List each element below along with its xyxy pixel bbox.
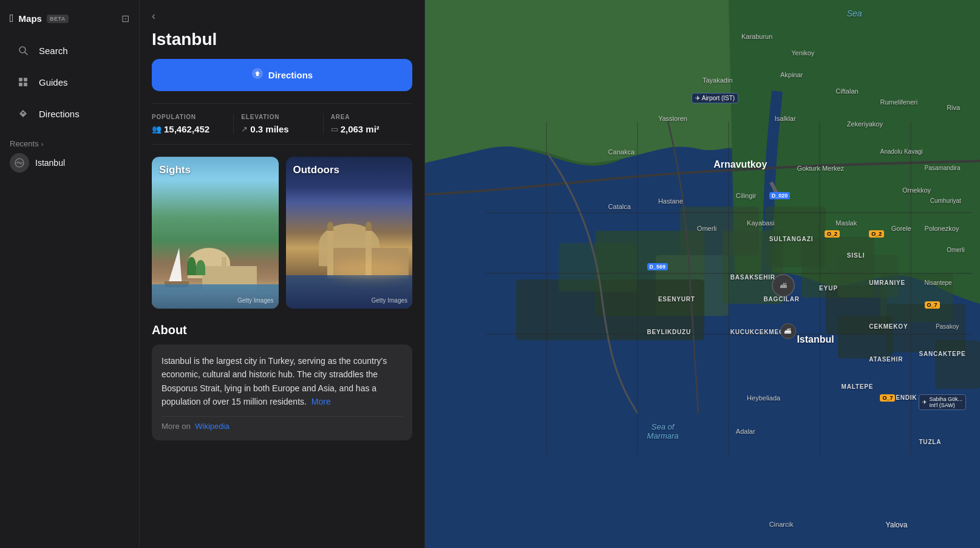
road-badge-d569: D_569 xyxy=(647,263,669,270)
recent-item-icon xyxy=(10,153,29,173)
airport-saw-label: Sabiha Gök...Int'l (SAW) xyxy=(929,396,962,408)
map-background: 🏙 Sea Karaburun Yenikoy Tayakadin Akpina… xyxy=(425,0,980,548)
back-button[interactable]: ‹ xyxy=(152,10,412,22)
sidebar-item-search[interactable]: Search xyxy=(5,36,134,65)
stat-population-label: POPULATION xyxy=(152,114,226,120)
sidebar-item-guides[interactable]: Guides xyxy=(5,67,134,97)
road-badge-o2-1: O_2 xyxy=(825,230,840,238)
stat-elevation-value: 0.3 miles xyxy=(250,124,288,134)
istanbul-city-marker: 🏙 xyxy=(780,323,796,339)
search-icon xyxy=(15,42,32,59)
stat-population-value: 15,462,452 xyxy=(164,124,209,134)
wikipedia-prefix: More on xyxy=(162,422,191,431)
stats-row: POPULATION 👥 15,462,452 ELEVATION ↗ 0.3 … xyxy=(152,103,412,145)
recents-chevron-icon: › xyxy=(41,140,44,148)
apple-logo:  xyxy=(10,12,14,25)
map-svg: 🏙 xyxy=(425,0,980,548)
about-title: About xyxy=(152,323,412,337)
directions-button[interactable]: Directions xyxy=(152,59,412,91)
svg-line-1 xyxy=(25,52,27,55)
svg-rect-2 xyxy=(19,78,22,81)
svg-rect-3 xyxy=(24,78,27,81)
wikipedia-link-row: More on Wikipedia xyxy=(162,416,403,431)
wikipedia-link[interactable]: Wikipedia xyxy=(195,422,229,431)
about-text: Istanbul is the largest city in Turkey, … xyxy=(162,354,403,409)
recents-header[interactable]: Recents › xyxy=(10,139,129,148)
sights-card-label: Sights xyxy=(159,164,191,176)
recents-section: Recents › Istanbul xyxy=(0,129,139,182)
stat-elevation: ELEVATION ↗ 0.3 miles xyxy=(234,114,323,134)
airport-ist: ✈ Airport (IST) xyxy=(692,93,738,103)
svg-rect-17 xyxy=(559,243,638,292)
about-box: Istanbul is the largest city in Turkey, … xyxy=(152,344,412,440)
outdoors-card-attribution: Getty Images xyxy=(372,297,407,304)
stat-area: AREA ▭ 2,063 mi² xyxy=(324,114,412,134)
road-badge-o2-2: O_2 xyxy=(869,230,884,238)
sights-card-attribution: Getty Images xyxy=(237,297,273,304)
sidebar-item-directions[interactable]: Directions xyxy=(5,99,134,128)
stat-population: POPULATION 👥 15,462,452 xyxy=(152,114,234,134)
svg-rect-4 xyxy=(19,83,22,86)
recent-item-istanbul[interactable]: Istanbul xyxy=(10,148,129,177)
guides-icon xyxy=(15,74,32,91)
svg-rect-25 xyxy=(935,340,980,389)
area-icon: ▭ xyxy=(331,125,338,134)
about-section: About Istanbul is the largest city in Tu… xyxy=(152,323,412,440)
map-panel[interactable]: 🏙 Sea Karaburun Yenikoy Tayakadin Akpina… xyxy=(425,0,980,548)
svg-text:🏙: 🏙 xyxy=(780,282,787,289)
sidebar-item-guides-label: Guides xyxy=(39,77,68,87)
population-icon: 👥 xyxy=(152,125,162,134)
sights-card[interactable]: Sights Getty Images xyxy=(152,157,279,309)
svg-rect-23 xyxy=(838,316,893,358)
sidebar:  Maps BETA ⊡ Search Guides xyxy=(0,0,140,548)
airport-ist-icon: ✈ xyxy=(695,95,700,101)
directions-icon xyxy=(15,105,32,122)
recent-item-label: Istanbul xyxy=(35,158,65,168)
stat-area-label: AREA xyxy=(331,114,405,120)
directions-btn-icon xyxy=(251,67,264,83)
directions-btn-label: Directions xyxy=(268,70,313,80)
app-header:  Maps BETA ⊡ xyxy=(0,7,139,35)
stat-elevation-label: ELEVATION xyxy=(241,114,315,120)
more-link[interactable]: More xyxy=(311,397,331,406)
svg-rect-18 xyxy=(680,207,759,255)
recents-label: Recents xyxy=(10,139,39,148)
road-badge-d020: D_020 xyxy=(769,192,791,199)
road-badge-o7-2: O_7 xyxy=(880,394,895,402)
beta-badge: BETA xyxy=(47,15,69,23)
back-chevron-icon: ‹ xyxy=(152,10,155,22)
outdoors-card[interactable]: Outdoors Getty Images xyxy=(286,157,413,309)
app-title: Maps xyxy=(19,13,42,24)
place-detail-panel: ‹ Istanbul Directions POPULATION 👥 15,46… xyxy=(140,0,425,548)
outdoors-card-label: Outdoors xyxy=(293,164,340,176)
svg-rect-5 xyxy=(24,83,27,86)
airport-saw-icon: ✈ xyxy=(922,399,927,405)
sidebar-item-directions-label: Directions xyxy=(39,109,80,119)
place-title: Istanbul xyxy=(152,30,412,49)
sidebar-toggle-icon[interactable]: ⊡ xyxy=(121,13,129,24)
airport-saw: ✈ Sabiha Gök...Int'l (SAW) xyxy=(919,394,966,410)
stat-area-value: 2,063 mi² xyxy=(341,124,379,134)
road-badge-o7-1: O_7 xyxy=(925,301,940,309)
category-cards-row: Sights Getty Images xyxy=(152,157,412,309)
sidebar-item-search-label: Search xyxy=(39,46,68,56)
elevation-icon: ↗ xyxy=(241,125,248,134)
airport-ist-label: Airport (IST) xyxy=(702,95,735,101)
